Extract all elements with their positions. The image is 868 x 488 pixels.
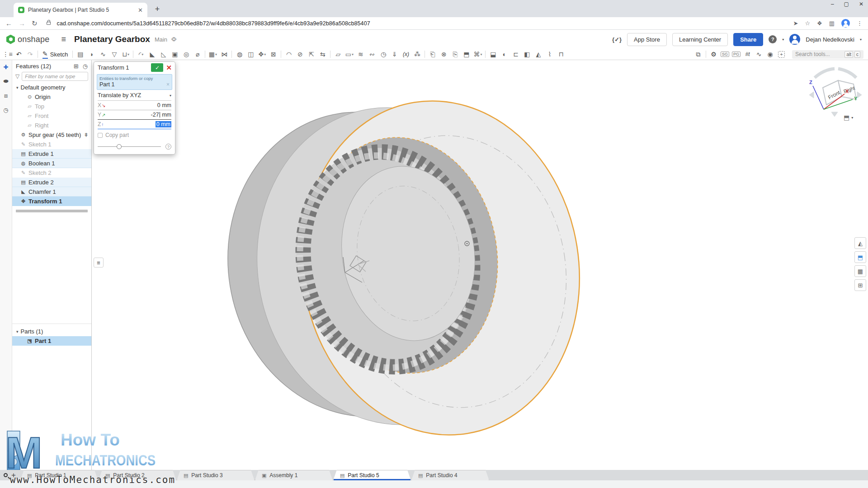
- fillet-icon[interactable]: ◜ ▾: [135, 50, 146, 59]
- window-maximize-button[interactable]: ▢: [844, 1, 849, 7]
- sweep-icon[interactable]: ∿ ▾: [97, 50, 108, 59]
- fs-box-icon[interactable]: ⬒ ▾: [461, 50, 472, 59]
- feature-list-toggle-button[interactable]: ≣: [94, 258, 104, 267]
- accept-button[interactable]: ✓: [151, 63, 163, 72]
- back-icon[interactable]: ←: [5, 19, 12, 27]
- app-store-button[interactable]: App Store: [627, 33, 667, 46]
- create-folder-icon[interactable]: ⊞: [74, 63, 79, 70]
- learning-center-button[interactable]: Learning Center: [672, 33, 728, 46]
- document-menu-icon[interactable]: ≡: [61, 35, 66, 44]
- tab-part-studio-4[interactable]: ▤ Part Studio 4: [411, 470, 489, 480]
- surface-icon[interactable]: ▭ ▾: [344, 50, 355, 59]
- flange-icon[interactable]: ◐ ▾: [499, 50, 510, 59]
- linear-pattern-icon[interactable]: ▦ ▾: [207, 50, 218, 59]
- feature-origin[interactable]: ⊙ Origin: [12, 92, 91, 102]
- settings-gear-icon[interactable]: ⚙: [708, 50, 719, 59]
- transform-y-field[interactable]: Y ↗ -27 mm: [98, 110, 171, 120]
- send-to-device-icon[interactable]: ➤: [793, 20, 798, 27]
- configurations-icon[interactable]: ⊞: [854, 279, 866, 291]
- projected-curve-icon[interactable]: ∾ ▾: [366, 50, 377, 59]
- frame-icon[interactable]: ⊓ ▾: [555, 50, 566, 59]
- fold-icon[interactable]: ◭ ▾: [533, 50, 544, 59]
- view-options-button[interactable]: ⬒ ▾: [844, 114, 853, 121]
- rollback-bar[interactable]: [16, 210, 88, 212]
- transform-icon[interactable]: ✥ ▾: [256, 50, 268, 59]
- tab-part-studio-5[interactable]: ▤ Part Studio 5: [333, 470, 411, 480]
- feature-spur-gear[interactable]: ⚙ Spur gear (45 teeth) ǂ: [12, 130, 91, 140]
- onshape-logo-icon[interactable]: [6, 35, 15, 44]
- slider-handle[interactable]: [117, 144, 122, 149]
- spline-icon[interactable]: ⌇ ▾: [544, 50, 555, 59]
- tab-close-icon[interactable]: ✕: [138, 7, 143, 14]
- remove-entity-icon[interactable]: ×: [166, 81, 170, 88]
- feature-sketch-2[interactable]: ✎ Sketch 2: [12, 168, 91, 178]
- feature-chamfer-1[interactable]: ◣ Chamfer 1: [12, 187, 91, 197]
- extensions-icon[interactable]: ❖: [817, 20, 822, 27]
- draft-icon[interactable]: ◺ ▾: [158, 50, 169, 59]
- view-cube[interactable]: Front Right Z X Y: [806, 64, 864, 119]
- tag-icon[interactable]: #t: [742, 50, 753, 59]
- boolean-icon[interactable]: ◍ ▾: [234, 50, 245, 59]
- feature-sketch-1[interactable]: ✎ Sketch 1: [12, 140, 91, 149]
- insert-frame-icon[interactable]: +: [776, 50, 787, 59]
- fs-document-icon[interactable]: ⎘ ▾: [449, 50, 461, 59]
- variable-icon[interactable]: (x) ▾: [400, 50, 411, 59]
- insert-new-icon[interactable]: ✚: [4, 64, 9, 70]
- pattern-3d-icon[interactable]: ⁂ ▾: [411, 50, 423, 59]
- undo-icon[interactable]: ↶ ▾: [13, 50, 24, 59]
- chevron-down-icon[interactable]: ▾: [16, 329, 19, 334]
- tab-part-studio-3[interactable]: ▤ Part Studio 3: [177, 470, 255, 480]
- extrude-icon[interactable]: ▤ ▾: [75, 50, 86, 59]
- search-tabs-icon[interactable]: [4, 473, 8, 477]
- feature-right-plane[interactable]: ▱ Right: [12, 121, 91, 130]
- reading-list-icon[interactable]: ▥: [829, 20, 835, 27]
- help-caret-icon[interactable]: ▾: [782, 38, 784, 42]
- named-views-icon[interactable]: ⬒: [854, 251, 866, 263]
- transform-x-field[interactable]: X ↘ 0 mm: [98, 101, 171, 110]
- toolbar-icon[interactable]: ▾: [485, 51, 486, 58]
- pg-badge[interactable]: PG: [731, 50, 742, 59]
- feature-pin-icon[interactable]: ǂ: [85, 132, 91, 138]
- mirror-icon[interactable]: ⋈ ▾: [218, 50, 230, 59]
- select-tool-icon[interactable]: ⧉: [693, 50, 704, 59]
- parts-group[interactable]: ▾ Parts (1): [12, 327, 91, 336]
- browser-profile-avatar[interactable]: [841, 19, 850, 28]
- sketch-button[interactable]: ✎ Sketch ▾: [40, 50, 71, 59]
- browser-menu-icon[interactable]: ⋮: [857, 20, 863, 27]
- feature-transform-1[interactable]: ✥ Transform 1: [12, 197, 91, 206]
- user-menu-caret-icon[interactable]: ▾: [860, 38, 862, 42]
- copy-part-checkbox[interactable]: [98, 133, 103, 138]
- feature-boolean-1[interactable]: ◍ Boolean 1: [12, 159, 91, 168]
- workspace-name[interactable]: Main: [155, 36, 167, 43]
- fs-delete-icon[interactable]: ⊗ ▾: [438, 50, 449, 59]
- featurescript-icon[interactable]: ∿: [753, 50, 764, 59]
- toolbar-icon[interactable]: ▾: [231, 51, 232, 58]
- toolbar-icon[interactable]: ▾: [133, 51, 133, 58]
- toolbar-icon[interactable]: ▾: [425, 51, 425, 58]
- bookmark-star-icon[interactable]: ☆: [805, 20, 810, 27]
- loft-icon[interactable]: ▽ ▾: [108, 50, 120, 59]
- delete-face-icon[interactable]: ⊘ ▾: [294, 50, 306, 59]
- custom-feature-icon[interactable]: ⌘ ▾: [472, 50, 483, 59]
- redo-icon[interactable]: ↷ ▾: [24, 50, 36, 59]
- browser-tab[interactable]: Planetary Gearbox | Part Studio 5 ✕: [14, 3, 147, 17]
- feature-history-icon[interactable]: ◷: [83, 63, 88, 70]
- share-button[interactable]: Share: [733, 33, 763, 46]
- sg-badge[interactable]: SG: [719, 50, 731, 59]
- chamfer-icon[interactable]: ◣ ▾: [146, 50, 158, 59]
- link-icon[interactable]: ⧉: [170, 35, 178, 43]
- window-minimize-button[interactable]: –: [831, 1, 834, 7]
- view-cube-faces[interactable]: Front Right: [823, 80, 856, 105]
- opacity-slider[interactable]: [98, 146, 161, 147]
- shell-icon[interactable]: ▣ ▾: [169, 50, 180, 59]
- search-tools-input[interactable]: Search tools... alt c: [792, 50, 863, 59]
- feature-extrude-2[interactable]: ▤ Extrude 2: [12, 178, 91, 187]
- sheet-metal-icon[interactable]: ⬓ ▾: [487, 50, 499, 59]
- section-view-icon[interactable]: ▦: [854, 265, 866, 277]
- appearance-icon[interactable]: ◭: [854, 237, 866, 249]
- 3d-viewport[interactable]: [92, 60, 868, 470]
- hole-icon[interactable]: ◎ ▾: [180, 50, 192, 59]
- toolbar-icon[interactable]: ▾: [330, 51, 330, 58]
- document-title[interactable]: Planetary Gearbox: [74, 34, 150, 44]
- modify-fillet-icon[interactable]: ◠ ▾: [283, 50, 294, 59]
